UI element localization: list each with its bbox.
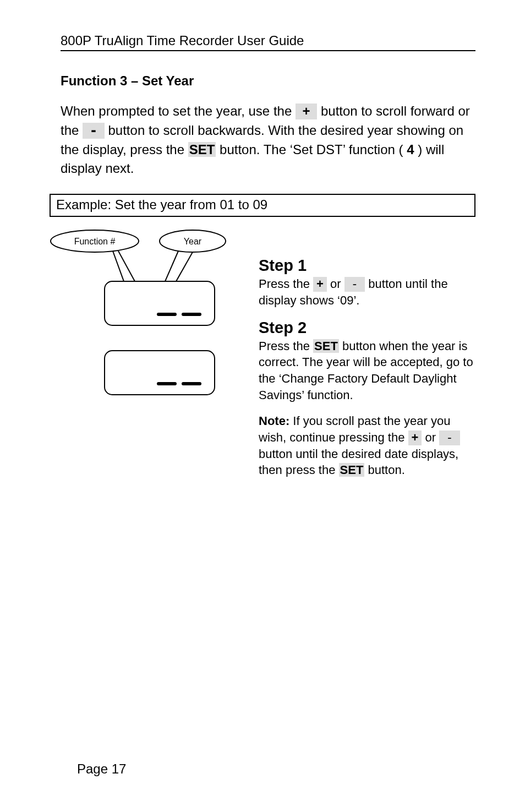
display-diagram-2 xyxy=(50,348,242,405)
text: or xyxy=(330,277,344,291)
svg-rect-6 xyxy=(105,281,215,325)
plus-button-inline: + xyxy=(296,103,317,119)
intro-text: When prompted to set the year, use the xyxy=(61,103,296,118)
set-button-inline: SET xyxy=(313,339,339,353)
intro-paragraph: When prompted to set the year, use the +… xyxy=(61,102,475,178)
text: or xyxy=(425,430,439,444)
text: Press the xyxy=(259,277,313,291)
svg-line-3 xyxy=(118,251,135,281)
set-button-inline: SET xyxy=(339,463,365,477)
minus-button-inline: - xyxy=(344,277,365,292)
note-text: Note: If you scroll past the year you wi… xyxy=(259,413,475,478)
svg-rect-9 xyxy=(105,351,215,395)
callout-function-no: Function # xyxy=(74,237,116,246)
callout-year: Year xyxy=(184,237,202,246)
running-header: 800P TruAlign Time Recorder User Guide xyxy=(61,33,475,51)
step-1-text: Press the + or - button until the displa… xyxy=(259,276,475,308)
minus-button-inline: - xyxy=(83,123,105,139)
svg-line-4 xyxy=(165,251,178,281)
section-title: Function 3 – Set Year xyxy=(61,73,475,89)
plus-button-inline: + xyxy=(408,430,422,445)
function-number: 4 xyxy=(407,142,414,157)
note-label: Note: xyxy=(259,414,289,428)
plus-button-inline: + xyxy=(313,277,327,292)
step-2-heading: Step 2 xyxy=(259,319,475,337)
intro-text: button. The ‘Set DST’ function ( xyxy=(220,142,403,157)
step-1-heading: Step 1 xyxy=(259,257,475,275)
svg-line-5 xyxy=(176,252,193,281)
minus-button-inline: - xyxy=(439,430,460,445)
svg-line-2 xyxy=(113,251,124,281)
page-number: Page 17 xyxy=(77,761,126,777)
text: button. xyxy=(368,463,404,477)
set-button-inline: SET xyxy=(188,142,216,157)
display-diagram-1: Function # Year xyxy=(50,229,242,336)
step-2-text: Press the SET button when the year is co… xyxy=(259,338,475,404)
text: Press the xyxy=(259,339,313,353)
example-box: Example: Set the year from 01 to 09 xyxy=(50,194,475,217)
